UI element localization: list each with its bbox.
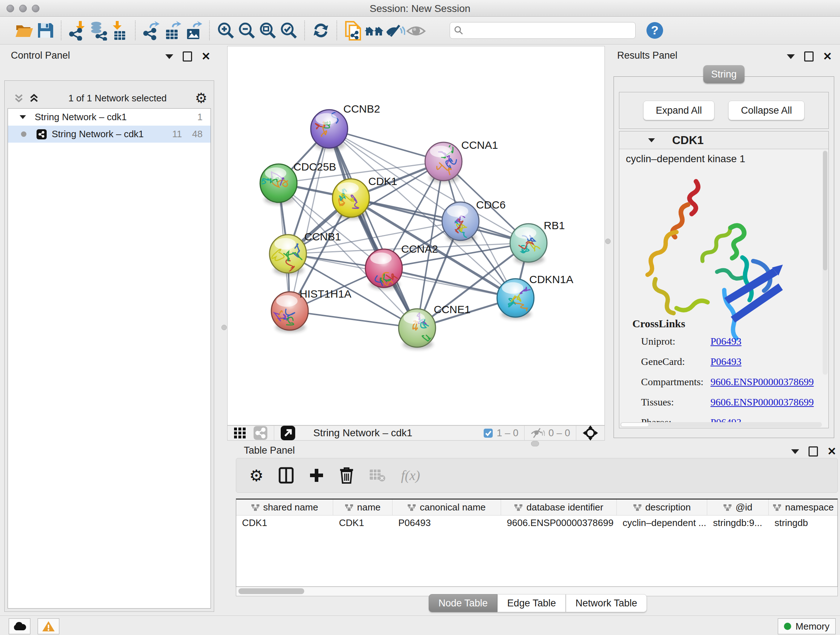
table-panel-menu-icon[interactable] — [791, 449, 799, 454]
table-panel-float-icon[interactable] — [808, 447, 818, 456]
network-graph[interactable]: CCNB2CCNA1CDC25BCDK1CDC6RB1CCNB1CCNA2HIS… — [227, 46, 605, 425]
export-table-button[interactable] — [162, 20, 183, 41]
column-header-shared-name[interactable]: shared name — [236, 500, 333, 515]
tab-edge-table[interactable]: Edge Table — [497, 594, 566, 612]
results-panel-close-icon[interactable]: ✕ — [823, 52, 832, 60]
navigate-crosshair-icon[interactable] — [582, 424, 599, 441]
crosslink-value-link[interactable]: 9606.ENSP00000378699 — [711, 396, 813, 408]
warnings-button[interactable] — [38, 618, 59, 634]
column-header-name[interactable]: name — [333, 500, 393, 515]
network-node-rb1[interactable]: RB1 — [510, 219, 565, 264]
memory-button[interactable]: Memory — [778, 618, 836, 634]
column-header-description[interactable]: description — [617, 500, 707, 515]
network-node-cdkn1a[interactable]: CDKN1A — [497, 273, 573, 319]
refresh-layout-button[interactable] — [310, 20, 332, 41]
tab-string[interactable]: String — [703, 65, 745, 83]
table-cell[interactable]: stringdb — [769, 516, 838, 530]
results-vertical-scrollbar[interactable] — [823, 150, 828, 375]
crosslink-row: GeneCard:P06493 — [641, 352, 814, 372]
crosslink-value-link[interactable]: P06493 — [711, 336, 742, 347]
save-session-button[interactable] — [35, 20, 56, 41]
results-horizontal-scrollbar[interactable] — [620, 422, 822, 427]
import-table-file-button[interactable] — [109, 20, 130, 41]
network-node-ccnb1[interactable]: CCNB1 — [270, 231, 341, 275]
table-cell[interactable]: P06493 — [393, 516, 501, 530]
results-panel-menu-icon[interactable] — [787, 54, 795, 59]
network-node-cdk1[interactable]: CDK1 — [332, 175, 397, 219]
control-panel-float-icon[interactable] — [183, 51, 192, 62]
tab-network-table[interactable]: Network Table — [566, 594, 647, 612]
network-view-toolbar: String Network – cdk1 1 – 0 0 – 0 — [227, 425, 605, 440]
export-network-button[interactable] — [141, 20, 162, 41]
tree-collapse-icon[interactable] — [19, 115, 26, 119]
table-options-gear-icon[interactable]: ⚙ — [249, 466, 264, 485]
help-button[interactable]: ? — [644, 20, 665, 41]
expand-all-button[interactable]: Expand All — [643, 101, 715, 120]
function-builder-icon[interactable]: f(x) — [401, 467, 420, 483]
crosslink-value-link[interactable]: P06493 — [711, 356, 742, 367]
first-neighbors-button[interactable] — [363, 20, 385, 41]
tab-node-table[interactable]: Node Table — [429, 594, 497, 612]
expand-all-tree-icon[interactable] — [28, 92, 40, 104]
import-network-file-button[interactable] — [67, 20, 88, 41]
column-header-canonical-name[interactable]: canonical name — [393, 500, 501, 515]
delete-table-icon[interactable] — [369, 468, 386, 483]
network-node-ccna1[interactable]: CCNA1 — [425, 139, 498, 183]
table-cell[interactable]: CDK1 — [236, 516, 333, 530]
network-node-ccne1[interactable]: CCNE1 — [399, 303, 471, 349]
table-row[interactable]: CDK1CDK1P064939606.ENSP00000378699cyclin… — [236, 516, 837, 530]
open-in-window-icon[interactable] — [280, 425, 296, 441]
network-node-cdc25b[interactable]: CDC25B — [260, 161, 336, 204]
table-cell[interactable]: stringdb:9... — [707, 516, 769, 530]
import-network-database-button[interactable] — [88, 20, 109, 41]
network-canvas[interactable]: CCNB2CCNA1CDC25BCDK1CDC6RB1CCNB1CCNA2HIS… — [227, 46, 605, 425]
zoom-fit-button[interactable] — [257, 20, 278, 41]
network-node-cdc6[interactable]: CDC6 — [442, 199, 506, 244]
network-row-selected[interactable]: String Network – cdk1 11 48 — [8, 126, 210, 143]
column-header--id[interactable]: @id — [707, 500, 769, 515]
show-all-button[interactable] — [406, 20, 426, 41]
column-header-namespace[interactable]: namespace — [769, 500, 838, 515]
column-header-database-identifier[interactable]: database identifier — [501, 500, 617, 515]
zoom-out-button[interactable] — [236, 20, 257, 41]
collapse-all-button[interactable]: Collapse All — [728, 101, 805, 120]
zoom-selected-button[interactable] — [278, 20, 299, 41]
node-label: CDC25B — [294, 161, 336, 173]
network-edge[interactable] — [290, 311, 417, 328]
birds-eye-view-icon[interactable] — [233, 425, 248, 440]
left-splitter-handle[interactable] — [221, 325, 227, 330]
table-panel-close-icon[interactable]: ✕ — [827, 448, 836, 455]
collapse-all-tree-icon[interactable] — [13, 92, 25, 104]
control-panel-menu-icon[interactable] — [165, 54, 173, 59]
table-scrollbar-thumb[interactable] — [238, 588, 304, 594]
show-columns-icon[interactable] — [279, 467, 294, 484]
control-panel-close-icon[interactable]: ✕ — [202, 52, 210, 60]
duplicate-network-button[interactable] — [343, 20, 363, 41]
hide-selected-button[interactable] — [385, 20, 406, 41]
column-type-icon — [633, 504, 642, 511]
crosslink-value-link[interactable]: 9606.ENSP00000378699 — [711, 376, 813, 388]
network-node-hist1h1a[interactable]: HIST1H1A — [271, 288, 351, 333]
protein-collapse-icon[interactable] — [648, 138, 655, 142]
memory-label: Memory — [796, 621, 829, 632]
zoom-in-button[interactable] — [215, 20, 236, 41]
memory-status-dot — [784, 623, 791, 630]
selected-checkbox-icon[interactable] — [483, 428, 493, 438]
open-session-button[interactable] — [14, 20, 35, 41]
protein-description: cyclin–dependent kinase 1 — [626, 153, 745, 165]
network-list-options-gear-icon[interactable]: ⚙ — [195, 90, 207, 106]
export-image-button[interactable] — [183, 20, 204, 41]
add-column-plus-icon[interactable] — [309, 468, 324, 483]
cloud-status-button[interactable] — [9, 618, 30, 634]
results-panel-float-icon[interactable] — [804, 51, 813, 62]
node-table: shared namenamecanonical namedatabase id… — [236, 499, 838, 587]
table-cell[interactable]: CDK1 — [333, 516, 393, 530]
search-input[interactable] — [464, 25, 632, 36]
delete-trash-icon[interactable] — [339, 467, 354, 484]
table-cell[interactable]: 9606.ENSP00000378699 — [501, 516, 617, 530]
network-collection-row[interactable]: String Network – cdk1 1 — [8, 109, 210, 126]
protein-card-header[interactable]: CDK1 — [619, 131, 829, 149]
table-cell[interactable]: cyclin–dependent ... — [617, 516, 707, 530]
network-edge[interactable] — [384, 268, 515, 298]
network-share-icon[interactable] — [253, 425, 268, 440]
